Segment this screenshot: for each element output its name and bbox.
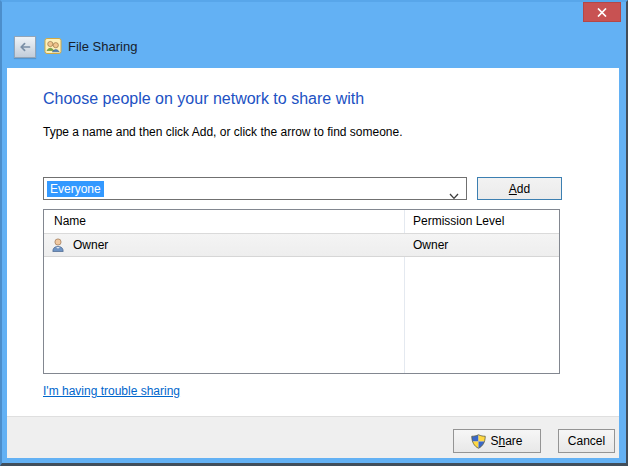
close-button[interactable] [583, 2, 621, 22]
add-button[interactable]: Add [477, 177, 562, 200]
titlebar: File Sharing [2, 2, 626, 68]
content-panel: Choose people on your network to share w… [7, 68, 619, 416]
back-button[interactable] [14, 36, 36, 58]
file-sharing-window: File Sharing Choose people on your netwo… [0, 0, 628, 466]
back-icon [19, 42, 31, 52]
chevron-down-icon[interactable] [449, 186, 459, 193]
trouble-sharing-link[interactable]: I'm having trouble sharing [43, 384, 180, 398]
file-sharing-icon [44, 37, 62, 55]
close-icon [597, 8, 607, 17]
share-button-label: Share [490, 434, 522, 448]
column-header-name[interactable]: Name [54, 214, 86, 228]
window-title: File Sharing [68, 39, 137, 54]
share-button[interactable]: Share [453, 429, 541, 453]
uac-shield-icon [471, 434, 486, 449]
user-icon [50, 237, 66, 253]
table-header: Name Permission Level [44, 210, 559, 233]
instruction-text: Type a name and then click Add, or click… [43, 125, 403, 139]
table-row[interactable]: Owner Owner [44, 233, 559, 257]
people-table: Name Permission Level Owner Owner [43, 209, 560, 374]
row-permission-cell: Owner [413, 238, 448, 252]
footer: Share Cancel [7, 416, 619, 458]
row-name-cell: Owner [73, 238, 108, 252]
cancel-button[interactable]: Cancel [558, 429, 615, 453]
combobox-selected-value: Everyone [47, 181, 104, 197]
column-header-permission[interactable]: Permission Level [413, 214, 504, 228]
people-combobox[interactable]: Everyone [43, 177, 467, 200]
page-title: Choose people on your network to share w… [43, 90, 364, 108]
add-button-label: Add [509, 182, 530, 196]
